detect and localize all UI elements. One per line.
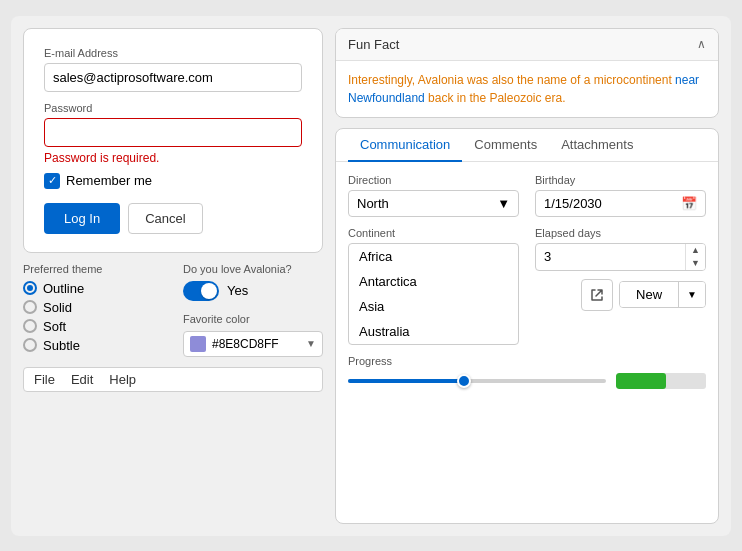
login-card: E-mail Address Password Password is requ… bbox=[23, 28, 323, 253]
elapsed-label: Elapsed days bbox=[535, 227, 706, 239]
password-input[interactable] bbox=[44, 118, 302, 147]
continent-asia[interactable]: Asia bbox=[349, 294, 518, 319]
radio-outline-circle bbox=[23, 281, 37, 295]
avalonia-toggle-label: Yes bbox=[227, 283, 248, 298]
theme-label: Preferred theme bbox=[23, 263, 163, 275]
right-panel: Fun Fact ∧ Interestingly, Avalonia was a… bbox=[335, 28, 719, 524]
progress-bar-fill bbox=[616, 373, 666, 389]
radio-solid[interactable]: Solid bbox=[23, 300, 163, 315]
radio-outline-label: Outline bbox=[43, 281, 84, 296]
tab-attachments[interactable]: Attachments bbox=[549, 129, 645, 162]
direction-chevron-icon: ▼ bbox=[497, 196, 510, 211]
continent-elapsed-row: Continent Africa Antarctica Asia Austral… bbox=[348, 227, 706, 345]
new-button[interactable]: New bbox=[620, 282, 679, 307]
radio-solid-label: Solid bbox=[43, 300, 72, 315]
continent-field: Continent Africa Antarctica Asia Austral… bbox=[348, 227, 519, 345]
fun-fact-card: Fun Fact ∧ Interestingly, Avalonia was a… bbox=[335, 28, 719, 118]
remember-label: Remember me bbox=[66, 173, 152, 188]
radio-subtle-circle bbox=[23, 338, 37, 352]
fun-fact-header[interactable]: Fun Fact ∧ bbox=[336, 29, 718, 61]
prefs-row: Preferred theme Outline Solid Soft Subtl… bbox=[23, 263, 323, 357]
continent-list: Africa Antarctica Asia Australia bbox=[349, 244, 518, 344]
login-button[interactable]: Log In bbox=[44, 203, 120, 234]
menu-help[interactable]: Help bbox=[109, 372, 136, 387]
color-section: Do you love Avalonia? Yes Favorite color… bbox=[183, 263, 323, 357]
slider-thumb[interactable] bbox=[457, 374, 471, 388]
radio-soft-circle bbox=[23, 319, 37, 333]
color-selector[interactable]: #8E8CD8FF ▼ bbox=[183, 331, 323, 357]
slider-fill bbox=[348, 379, 464, 383]
tab-communication[interactable]: Communication bbox=[348, 129, 462, 162]
direction-label: Direction bbox=[348, 174, 519, 186]
left-panel: E-mail Address Password Password is requ… bbox=[23, 28, 323, 524]
external-link-icon bbox=[590, 288, 604, 302]
birthday-value: 1/15/2030 bbox=[544, 196, 602, 211]
email-label: E-mail Address bbox=[44, 47, 302, 59]
external-link-button[interactable] bbox=[581, 279, 613, 311]
elapsed-input: 3 ▲ ▼ bbox=[535, 243, 706, 271]
elapsed-value: 3 bbox=[536, 244, 685, 269]
color-value: #8E8CD8FF bbox=[212, 337, 300, 351]
theme-section: Preferred theme Outline Solid Soft Subtl… bbox=[23, 263, 163, 357]
calendar-icon[interactable]: 📅 bbox=[681, 196, 697, 211]
password-label: Password bbox=[44, 102, 302, 114]
menu-file[interactable]: File bbox=[34, 372, 55, 387]
avalonia-toggle[interactable] bbox=[183, 281, 219, 301]
color-swatch bbox=[190, 336, 206, 352]
continent-antarctica[interactable]: Antarctica bbox=[349, 269, 518, 294]
elapsed-down-button[interactable]: ▼ bbox=[686, 257, 705, 270]
elapsed-arrows: ▲ ▼ bbox=[685, 244, 705, 270]
birthday-input[interactable]: 1/15/2030 📅 bbox=[535, 190, 706, 217]
progress-bar-container bbox=[348, 373, 706, 389]
remember-checkbox[interactable]: ✓ bbox=[44, 173, 60, 189]
progress-slider[interactable] bbox=[348, 379, 606, 383]
fun-fact-title: Fun Fact bbox=[348, 37, 399, 52]
radio-subtle[interactable]: Subtle bbox=[23, 338, 163, 353]
direction-select[interactable]: North ▼ bbox=[348, 190, 519, 217]
fun-fact-collapse-icon[interactable]: ∧ bbox=[697, 37, 706, 51]
color-label: Favorite color bbox=[183, 313, 323, 325]
toggle-knob bbox=[201, 283, 217, 299]
birthday-field: Birthday 1/15/2030 📅 bbox=[535, 174, 706, 217]
fun-fact-text: Interestingly, Avalonia was also the nam… bbox=[348, 71, 706, 107]
menu-edit[interactable]: Edit bbox=[71, 372, 93, 387]
continent-dropdown[interactable]: Africa Antarctica Asia Australia bbox=[348, 243, 519, 345]
email-input[interactable] bbox=[44, 63, 302, 92]
continent-label: Continent bbox=[348, 227, 519, 239]
fun-fact-body: Interestingly, Avalonia was also the nam… bbox=[336, 61, 718, 117]
radio-solid-circle bbox=[23, 300, 37, 314]
progress-bar-visual bbox=[616, 373, 706, 389]
new-button-group: New ▼ bbox=[619, 281, 706, 308]
continent-australia[interactable]: Australia bbox=[349, 319, 518, 344]
continent-africa[interactable]: Africa bbox=[349, 244, 518, 269]
direction-field: Direction North ▼ bbox=[348, 174, 519, 217]
direction-value: North bbox=[357, 196, 389, 211]
tabs-card: Communication Comments Attachments Direc… bbox=[335, 128, 719, 524]
progress-label: Progress bbox=[348, 355, 706, 367]
birthday-label: Birthday bbox=[535, 174, 706, 186]
radio-soft-label: Soft bbox=[43, 319, 66, 334]
menubar: File Edit Help bbox=[23, 367, 323, 392]
direction-birthday-row: Direction North ▼ Birthday 1/15/2030 📅 bbox=[348, 174, 706, 217]
new-button-dropdown[interactable]: ▼ bbox=[679, 282, 705, 307]
password-error: Password is required. bbox=[44, 151, 302, 165]
radio-outline[interactable]: Outline bbox=[23, 281, 163, 296]
tab-comments[interactable]: Comments bbox=[462, 129, 549, 162]
elapsed-field: Elapsed days 3 ▲ ▼ bbox=[535, 227, 706, 345]
elapsed-up-button[interactable]: ▲ bbox=[686, 244, 705, 257]
color-dropdown-arrow: ▼ bbox=[306, 338, 316, 349]
cancel-button[interactable]: Cancel bbox=[128, 203, 202, 234]
progress-section: Progress bbox=[348, 355, 706, 389]
tabs-content: Direction North ▼ Birthday 1/15/2030 📅 bbox=[336, 162, 718, 523]
radio-subtle-label: Subtle bbox=[43, 338, 80, 353]
avalonia-label: Do you love Avalonia? bbox=[183, 263, 323, 275]
tabs-row: Communication Comments Attachments bbox=[336, 129, 718, 162]
radio-soft[interactable]: Soft bbox=[23, 319, 163, 334]
fun-fact-link[interactable]: near Newfoundland bbox=[348, 73, 699, 105]
